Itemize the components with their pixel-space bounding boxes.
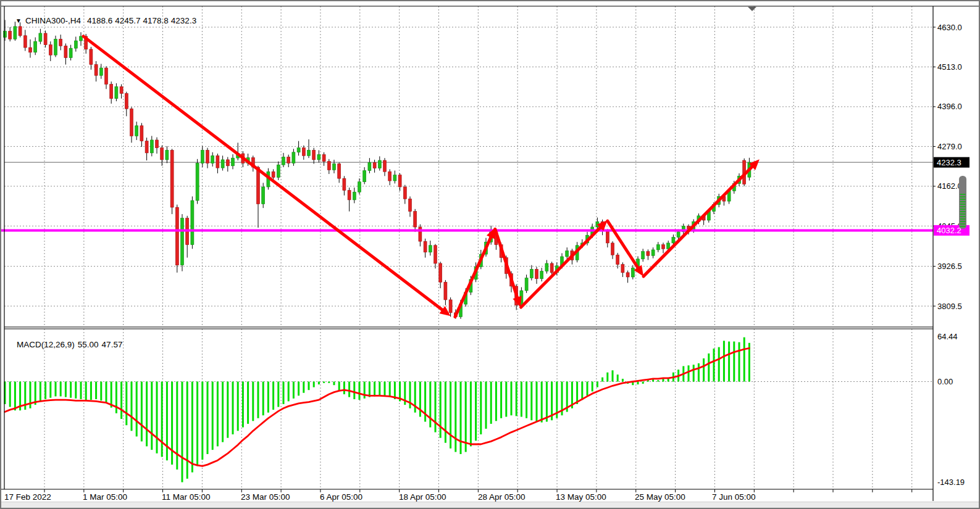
macd-histogram-bar [708,354,710,382]
candle-body [49,45,52,56]
indicator-macd-value: 55.00 [78,340,99,349]
macd-signal-line [5,348,749,466]
macd-histogram-bar [698,363,700,382]
macd-histogram-bar [592,382,593,392]
macd-histogram-bar [657,380,659,381]
macd-histogram-bar [480,382,482,435]
macd-histogram-bar [217,382,219,447]
candle-body [611,243,614,255]
candle-body [383,160,387,172]
price-axis-label: 4162.0 [937,181,962,191]
candle-body [170,150,174,207]
macd-histogram-bar [277,382,279,407]
macd-histogram-bar [136,382,138,437]
ohlc-high: 4245.7 [115,16,140,25]
candle-body [196,163,199,201]
macd-histogram-bar [232,382,234,435]
macd-histogram-bar [60,382,62,397]
symbol-label: CHINA300-,H4 [25,16,81,25]
candle-body [363,171,366,182]
macd-histogram-bar [384,382,386,397]
candle-body [262,187,265,204]
candle-body [120,86,123,93]
candle-body [191,201,194,245]
macd-histogram-bar [222,382,224,442]
macd-histogram-bar [201,382,203,460]
candle-body [74,41,77,48]
candle-body [287,157,290,163]
candle-body [368,162,371,170]
macd-histogram-bar [90,382,92,400]
trend-arrowhead [513,296,521,307]
chart-canvas[interactable]: 4630.04513.04396.04279.04162.04045.03926… [1,1,980,509]
candle-body [206,150,209,163]
price-axis-label: 3926.5 [937,262,962,271]
macd-histogram-bar [80,382,82,400]
candle-body [535,269,538,278]
macd-histogram-bar [182,382,183,482]
macd-histogram-bar [9,382,11,407]
candle-body [44,33,47,45]
macd-histogram-bar [298,382,299,396]
macd-histogram-bar [617,375,619,381]
macd-histogram-bar [196,382,198,466]
macd-histogram-bar [606,373,608,382]
candle-body [626,273,629,277]
time-axis-label: 13 May 05:00 [556,492,606,502]
candle-body [647,252,650,256]
candle-body [631,268,634,277]
window-bottom-strip [1,502,979,509]
candle-body [94,65,98,76]
candle-body [69,48,72,57]
candle-body [99,68,103,75]
candle-body [388,172,392,181]
macd-histogram-bar [125,382,127,426]
macd-histogram-bar [374,382,375,397]
macd-histogram-bar [323,382,325,383]
candle-body [616,255,619,264]
candle-body [312,150,316,159]
candle-body [161,148,164,160]
macd-histogram-bar [293,382,295,399]
candle-body [308,150,311,155]
macd-histogram-bar [252,382,254,421]
macd-histogram-bar [379,382,380,396]
macd-histogram-bar [247,382,249,424]
macd-axis-label: 64.44 [937,332,958,341]
macd-histogram-bar [642,382,644,384]
macd-histogram-bar [364,382,366,399]
macd-histogram-bar [40,382,41,402]
candle-body [165,150,169,159]
candle-body [525,278,528,291]
candle-body [424,241,427,252]
price-axis-label: 4279.0 [937,142,962,151]
symbol-dropdown-icon[interactable]: ▼ [15,17,22,24]
macd-histogram-bar [541,382,543,423]
macd-histogram-bar [65,382,67,397]
macd-histogram-bar [389,382,391,397]
macd-histogram-bar [55,382,57,397]
candle-body [302,148,305,156]
macd-histogram-bar [212,382,214,450]
candle-body [34,41,37,52]
candle-body [156,140,159,148]
candle-body [378,160,381,168]
macd-histogram-bar [530,382,532,421]
chart-shift-marker-icon[interactable] [748,7,756,11]
trend-arrow-line [495,229,518,299]
macd-histogram-bar [414,382,416,413]
macd-histogram-bar [743,337,745,382]
macd-histogram-bar [176,382,178,470]
candle-body [358,182,361,192]
macd-histogram-bar [186,382,188,479]
macd-histogram-bar [450,382,451,449]
candle-body [125,93,128,109]
candle-body [175,207,178,265]
time-axis-label: 7 Jun 05:00 [712,492,756,502]
candle-body [566,251,569,257]
macd-histogram-bar [601,378,603,382]
candle-body [409,199,412,211]
candle-body [393,175,396,181]
candle-body [282,157,285,165]
macd-histogram-bar [424,382,426,422]
